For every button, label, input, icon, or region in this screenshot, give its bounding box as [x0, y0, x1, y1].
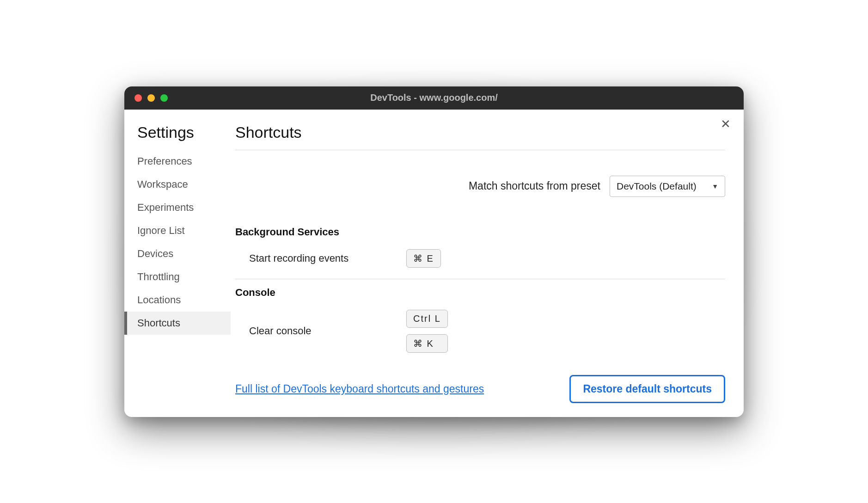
window-close-button[interactable]: [134, 94, 142, 102]
shortcut-row: Start recording events ⌘ E: [235, 246, 725, 276]
traffic-lights: [124, 94, 168, 102]
divider: [235, 279, 725, 279]
preset-select[interactable]: DevTools (Default) ▼: [610, 176, 725, 197]
shortcut-row: Clear console Ctrl L ⌘ K: [235, 307, 725, 361]
close-icon[interactable]: ✕: [721, 118, 731, 130]
shortcut-key: ⌘ K: [406, 334, 448, 353]
shortcut-label: Start recording events: [235, 252, 406, 264]
window-minimize-button[interactable]: [147, 94, 155, 102]
restore-default-shortcuts-button[interactable]: Restore default shortcuts: [569, 375, 725, 403]
titlebar: DevTools - www.google.com/: [124, 86, 744, 110]
page-title: Shortcuts: [235, 123, 725, 141]
sidebar: Settings Preferences Workspace Experimen…: [124, 110, 231, 417]
window-title: DevTools - www.google.com/: [124, 92, 744, 103]
sidebar-item-experiments[interactable]: Experiments: [124, 196, 231, 219]
sidebar-item-preferences[interactable]: Preferences: [124, 150, 231, 173]
sidebar-item-devices[interactable]: Devices: [124, 242, 231, 265]
section-title-background-services: Background Services: [235, 226, 725, 238]
sidebar-item-ignore-list[interactable]: Ignore List: [124, 219, 231, 242]
sidebar-title: Settings: [124, 123, 231, 150]
sidebar-item-locations[interactable]: Locations: [124, 288, 231, 312]
shortcut-key: Ctrl L: [406, 310, 448, 328]
sidebar-item-shortcuts[interactable]: Shortcuts: [124, 312, 231, 335]
full-list-link[interactable]: Full list of DevTools keyboard shortcuts…: [235, 383, 484, 395]
sidebar-item-throttling[interactable]: Throttling: [124, 265, 231, 288]
shortcut-key: ⌘ E: [406, 249, 441, 268]
section-title-console: Console: [235, 287, 725, 299]
main-panel: Shortcuts Match shortcuts from preset De…: [231, 110, 744, 417]
sidebar-item-workspace[interactable]: Workspace: [124, 173, 231, 196]
chevron-down-icon: ▼: [712, 183, 718, 190]
preset-select-value: DevTools (Default): [617, 181, 697, 192]
window-zoom-button[interactable]: [160, 94, 168, 102]
devtools-window: DevTools - www.google.com/ ✕ Settings Pr…: [124, 86, 744, 417]
shortcut-label: Clear console: [235, 325, 406, 337]
preset-label: Match shortcuts from preset: [469, 180, 600, 192]
